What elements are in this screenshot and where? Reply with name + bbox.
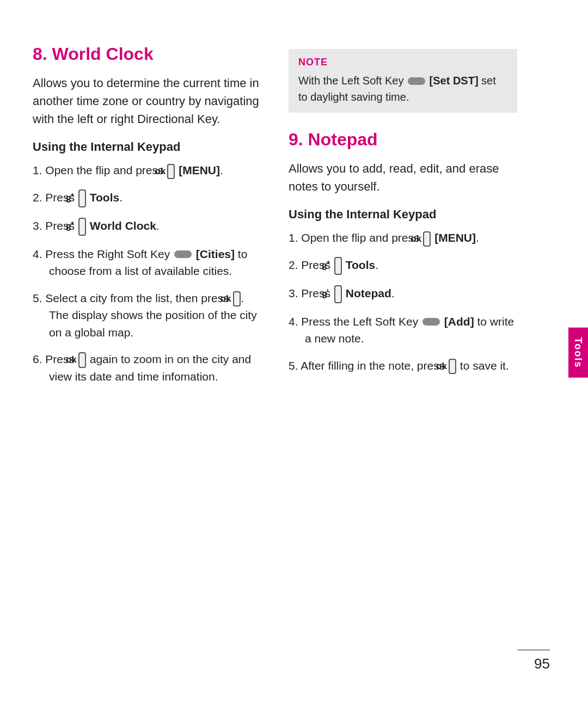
step-number: 4. [289,315,301,328]
world-clock-label: World Clock [90,219,156,232]
list-item: 3. Press 9' Notepad. [289,285,517,303]
note-text: With the Left Soft Key [Set DST] set to … [298,72,507,105]
world-clock-subsection-title: Using the Internal Keypad [33,140,261,154]
list-item: 6. Press ok again to zoom in on the city… [33,351,261,385]
notepad-steps: 1. Open the flip and press ok [MENU]. 2.… [289,229,517,374]
step-number: 2. [289,259,301,271]
ok-key-2: ok [233,291,241,306]
tools-label-n: Tools [346,259,375,271]
section-title-world-clock: 8. World Clock [33,44,261,64]
list-item: 2. Press 8* Tools. [33,189,261,207]
ok-key-3: ok [78,352,86,367]
step-number: 1. [33,164,45,176]
menu-label: [MENU] [179,164,220,176]
tools-label: Tools [90,191,119,204]
world-clock-steps: 1. Open the flip and press ok [MENU]. 2.… [33,162,261,385]
add-label: [Add] [444,315,474,328]
soft-key-n4-icon [422,318,440,326]
world-clock-description: Allows you to determine the current time… [33,74,261,128]
divider-line [517,649,550,651]
step-number: 3. [289,287,301,299]
soft-key-note-icon [408,77,425,85]
step-number: 1. [289,231,301,244]
key-9: 9' [334,285,342,303]
key-8b: 8* [78,218,86,236]
list-item: 5. After filling in the note, press ok t… [289,357,517,375]
step-number: 6. [33,353,45,365]
ok-key-n5: ok [449,359,456,374]
list-item: 1. Open the flip and press ok [MENU]. [33,162,261,179]
menu-label-n: [MENU] [434,231,476,244]
step-number: 4. [33,248,45,260]
left-column: 8. World Clock Allows you to determine t… [33,44,283,661]
step-number: 5. [33,292,45,304]
note-box: NOTE With the Left Soft Key [Set DST] se… [289,49,517,113]
step-number: 2. [33,191,45,204]
tools-tab: Tools [568,327,588,378]
key-8: 8* [78,189,86,207]
notepad-subsection-title: Using the Internal Keypad [289,207,517,222]
notepad-label: Notepad [346,287,391,299]
cities-label: [Cities] [196,248,235,260]
list-item: 5. Select a city from the list, then pre… [33,290,261,341]
key-8-n: 8* [334,257,342,275]
ok-key-n1: ok [423,231,431,247]
list-item: 4. Press the Left Soft Key [Add] to writ… [289,313,517,347]
ok-key: ok [167,164,175,179]
list-item: 1. Open the flip and press ok [MENU]. [289,229,517,247]
step-number: 5. [289,359,301,372]
set-dst-label: [Set DST] [430,75,479,87]
list-item: 2. Press 8* Tools. [289,256,517,275]
soft-key-icon [174,250,192,258]
step-number: 3. [33,219,45,232]
section-title-notepad: 9. Notepad [289,129,517,150]
page-number: 95 [534,655,550,672]
list-item: 4. Press the Right Soft Key [Cities] to … [33,246,261,280]
right-column: NOTE With the Left Soft Key [Set DST] se… [283,44,517,661]
note-label: NOTE [298,57,507,68]
notepad-description: Allows you to add, read, edit, and erase… [289,160,517,195]
list-item: 3. Press 8* World Clock. [33,217,261,236]
page-container: 8. World Clock Allows you to determine t… [0,0,588,705]
